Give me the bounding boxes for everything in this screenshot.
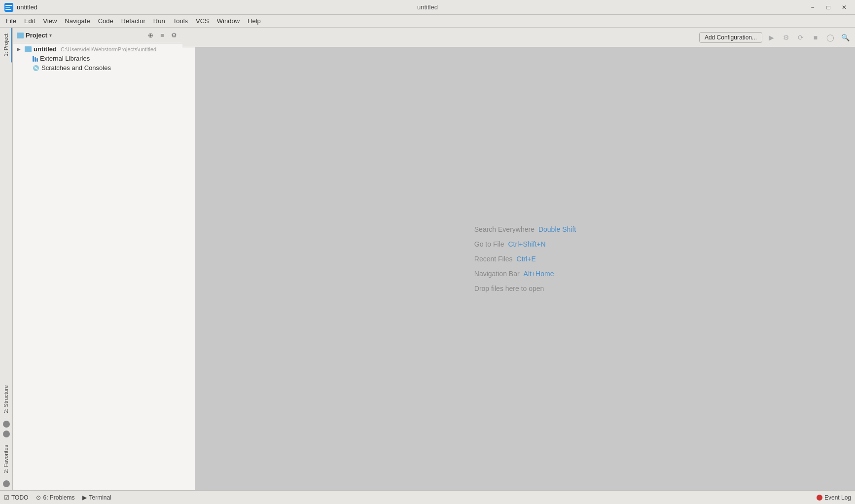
run-button[interactable]: ▶ bbox=[765, 32, 777, 43]
hint-navbar-text: Navigation Bar bbox=[474, 270, 520, 278]
editor-area: Add Configuration... ▶ ⚙ ⟳ ■ ◯ 🔍 Search … bbox=[195, 28, 855, 490]
tree-item-ext-lib[interactable]: External Libraries bbox=[13, 54, 195, 63]
left-strip: 1: Project 2: Structure 2: Favorites bbox=[0, 28, 13, 490]
svg-rect-3 bbox=[5, 9, 11, 10]
status-todo[interactable]: ☑ TODO bbox=[4, 494, 28, 501]
project-title-wrap[interactable]: Project ▾ bbox=[17, 32, 52, 39]
menu-view[interactable]: View bbox=[39, 16, 61, 26]
terminal-label: Terminal bbox=[89, 494, 111, 501]
tree-arrow-root: ▶ bbox=[17, 46, 23, 52]
hint-drop: Drop files here to open bbox=[474, 285, 576, 292]
structure-dot bbox=[3, 421, 10, 428]
menu-help[interactable]: Help bbox=[244, 16, 265, 26]
editor-toolbar: Add Configuration... ▶ ⚙ ⟳ ■ ◯ 🔍 bbox=[182, 28, 855, 47]
project-panel: Project ▾ ⊕ ≡ ⚙ — ▶ untitled C:\Users\de… bbox=[13, 28, 195, 490]
hint-goto-text: Go to File bbox=[474, 240, 504, 248]
tree-item-scratches[interactable]: Scratches and Consoles bbox=[13, 63, 195, 72]
status-terminal[interactable]: ▶ Terminal bbox=[82, 494, 111, 501]
tree-label-ext-lib: External Libraries bbox=[40, 55, 90, 62]
menu-navigate[interactable]: Navigate bbox=[61, 16, 94, 26]
search-everywhere-button[interactable]: 🔍 bbox=[839, 32, 851, 43]
problems-icon: ⊙ bbox=[36, 494, 41, 501]
hint-goto-key: Ctrl+Shift+N bbox=[508, 240, 545, 248]
coverage-button[interactable]: ◯ bbox=[824, 32, 836, 43]
hint-recent: Recent Files Ctrl+E bbox=[474, 255, 576, 263]
panel-header: Project ▾ ⊕ ≡ ⚙ — bbox=[13, 28, 195, 43]
ext-lib-bar-2 bbox=[35, 57, 36, 62]
ext-lib-bar-3 bbox=[36, 58, 38, 62]
project-tree: ▶ untitled C:\Users\dell\WebstormProject… bbox=[13, 43, 195, 490]
hint-navbar-key: Alt+Home bbox=[524, 270, 554, 278]
problems-label: 6: Problems bbox=[43, 494, 74, 501]
bottom-dot bbox=[3, 480, 10, 487]
settings-icon[interactable]: ⚙ bbox=[169, 31, 179, 40]
project-folder-icon bbox=[17, 33, 24, 38]
hint-navbar: Navigation Bar Alt+Home bbox=[474, 270, 576, 278]
ext-lib-icon bbox=[33, 56, 38, 62]
add-configuration-button[interactable]: Add Configuration... bbox=[699, 32, 762, 43]
sidebar-tab-project[interactable]: 1: Project bbox=[1, 28, 12, 62]
event-log-badge bbox=[817, 495, 822, 501]
todo-icon: ☑ bbox=[4, 494, 9, 501]
collapse-all-icon[interactable]: ≡ bbox=[157, 31, 167, 40]
terminal-icon: ▶ bbox=[82, 494, 87, 501]
update-button[interactable]: ⟳ bbox=[795, 32, 807, 43]
locate-icon[interactable]: ⊕ bbox=[145, 31, 155, 40]
hint-recent-key: Ctrl+E bbox=[517, 255, 536, 263]
stop-button[interactable]: ■ bbox=[810, 32, 821, 43]
status-problems[interactable]: ⊙ 6: Problems bbox=[36, 494, 74, 501]
sidebar-tab-favorites[interactable]: 2: Favorites bbox=[1, 439, 12, 479]
menu-refactor[interactable]: Refactor bbox=[117, 16, 149, 26]
maximize-button[interactable]: □ bbox=[821, 2, 835, 13]
menu-window[interactable]: Window bbox=[213, 16, 244, 26]
hint-recent-text: Recent Files bbox=[474, 255, 513, 263]
window-controls: − □ ✕ bbox=[806, 2, 851, 13]
scratches-icon bbox=[33, 65, 39, 72]
menu-tools[interactable]: Tools bbox=[169, 16, 192, 26]
hint-search: Search Everywhere Double Shift bbox=[474, 225, 576, 233]
svg-rect-2 bbox=[5, 7, 10, 8]
todo-label: TODO bbox=[11, 494, 28, 501]
menu-code[interactable]: Code bbox=[94, 16, 117, 26]
tree-path-root: C:\Users\dell\WebstormProjects\untitled bbox=[61, 46, 156, 52]
menu-edit[interactable]: Edit bbox=[20, 16, 39, 26]
minimize-button[interactable]: − bbox=[806, 2, 819, 13]
tree-label-root: untitled bbox=[34, 45, 57, 53]
title-bar-left: untitled bbox=[4, 2, 37, 12]
panel-caret-icon: ▾ bbox=[49, 33, 52, 38]
title-text: untitled bbox=[17, 3, 37, 11]
editor-hints: Search Everywhere Double Shift Go to Fil… bbox=[474, 225, 576, 292]
title-bar: untitled untitled − □ ✕ bbox=[0, 0, 855, 15]
ext-lib-bar-1 bbox=[33, 56, 34, 62]
folder-icon-root bbox=[25, 46, 32, 52]
close-button[interactable]: ✕ bbox=[837, 2, 851, 13]
status-event-log[interactable]: Event Log bbox=[817, 494, 851, 501]
hint-search-key: Double Shift bbox=[538, 225, 576, 233]
menu-file[interactable]: File bbox=[2, 16, 20, 26]
sidebar-tab-structure[interactable]: 2: Structure bbox=[1, 379, 12, 419]
status-bar: ☑ TODO ⊙ 6: Problems ▶ Terminal Event Lo… bbox=[0, 490, 855, 504]
menu-run[interactable]: Run bbox=[149, 16, 169, 26]
main-area: 1: Project 2: Structure 2: Favorites Pro… bbox=[0, 28, 855, 490]
panel-title: Project bbox=[26, 32, 47, 39]
favorites-dot bbox=[3, 431, 10, 437]
svg-rect-1 bbox=[5, 5, 12, 6]
hint-drop-text: Drop files here to open bbox=[474, 285, 544, 292]
hint-search-text: Search Everywhere bbox=[474, 225, 534, 233]
app-icon bbox=[4, 2, 14, 12]
tree-label-scratches: Scratches and Consoles bbox=[41, 64, 111, 72]
window-title: untitled bbox=[417, 3, 438, 11]
build-button[interactable]: ⚙ bbox=[780, 32, 792, 43]
tree-item-root[interactable]: ▶ untitled C:\Users\dell\WebstormProject… bbox=[13, 44, 195, 54]
hint-goto: Go to File Ctrl+Shift+N bbox=[474, 240, 576, 248]
menu-bar: File Edit View Navigate Code Refactor Ru… bbox=[0, 15, 855, 28]
event-log-label: Event Log bbox=[824, 494, 851, 501]
menu-vcs[interactable]: VCS bbox=[192, 16, 213, 26]
